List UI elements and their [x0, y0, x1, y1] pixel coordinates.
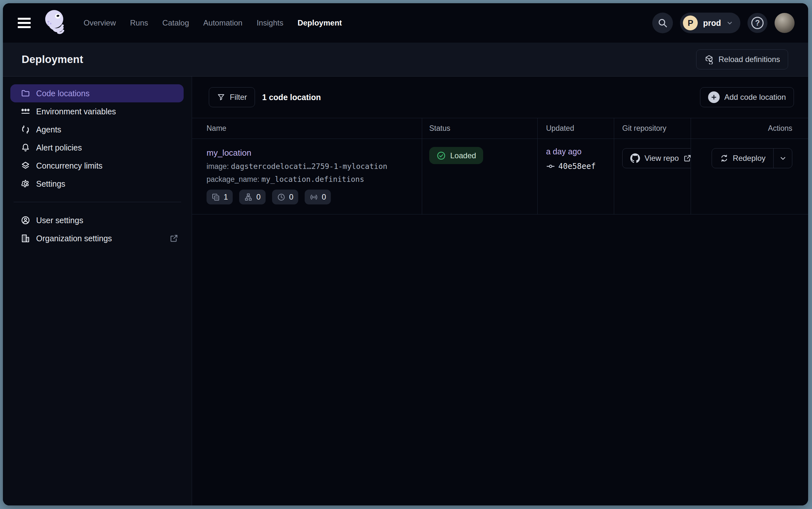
sidebar-item-label: Alert policies [36, 143, 82, 152]
commit-line: 40e58eef [546, 162, 614, 171]
view-repo-label: View repo [644, 154, 679, 163]
sidebar-item-user-settings[interactable]: User settings [10, 211, 184, 229]
reload-definitions-icon [704, 55, 714, 64]
plus-circle-icon [708, 92, 720, 103]
schedules-chip[interactable]: 0 [272, 190, 298, 204]
updated-cell: a day ago 40e58eef [538, 139, 614, 214]
sidebar-item-concurrency-limits[interactable]: Concurrency limits [10, 157, 184, 175]
commit-hash: 40e58eef [558, 162, 596, 171]
sidebar-divider [13, 202, 181, 202]
assets-icon [211, 193, 220, 202]
filter-button[interactable]: Filter [209, 87, 255, 107]
gear-icon [21, 179, 30, 189]
nav-item-insights[interactable]: Insights [257, 19, 283, 28]
chevron-down-icon [779, 155, 787, 162]
nav-item-catalog[interactable]: Catalog [162, 19, 189, 28]
sidebar-item-environment-variables[interactable]: Environment variables [10, 102, 184, 121]
sidebar-item-settings[interactable]: Settings [10, 175, 184, 193]
redeploy-label: Redeploy [733, 154, 766, 163]
updated-link[interactable]: a day ago [546, 147, 582, 156]
actions-cell: Redeploy [691, 139, 808, 214]
bell-icon [21, 143, 30, 152]
external-link-icon [170, 234, 179, 243]
status-cell: Loaded [422, 139, 538, 214]
sidebar-item-label: Code locations [36, 89, 89, 98]
external-link-icon [683, 154, 691, 163]
graph-icon [244, 193, 253, 202]
column-header-actions: Actions [691, 118, 808, 139]
sync-icon [21, 125, 30, 134]
github-icon [630, 154, 640, 163]
env-vars-icon [21, 107, 30, 116]
git-repository-cell: View repo [614, 139, 691, 214]
search-icon [657, 18, 668, 28]
package-value: my_location.definitions [261, 175, 364, 183]
code-location-link[interactable]: my_location [207, 148, 251, 158]
assets-count: 1 [224, 193, 228, 202]
sidebar-item-code-locations[interactable]: Code locations [10, 84, 184, 102]
dagster-logo-icon[interactable] [44, 8, 67, 38]
column-header-git: Git repository [614, 118, 691, 139]
organization-icon [21, 234, 30, 243]
toolbar: Filter 1 code location Add code location [209, 87, 794, 107]
reload-definitions-button[interactable]: Reload definitions [696, 49, 788, 69]
nav-item-runs[interactable]: Runs [130, 19, 148, 28]
column-header-name: Name [192, 118, 422, 139]
column-header-updated: Updated [538, 118, 614, 139]
table-row: my_location image: dagstercodelocati…275… [192, 139, 808, 214]
deployment-switcher[interactable]: P prod [680, 12, 740, 33]
definition-count-chips: 1 [207, 190, 409, 204]
primary-nav: Overview Runs Catalog Automation Insight… [83, 19, 342, 28]
deployment-name: prod [703, 19, 721, 28]
sidebar-item-label: Organization settings [36, 234, 112, 243]
sidebar-item-label: Concurrency limits [36, 161, 103, 171]
chevron-down-icon [726, 20, 733, 27]
app-window: Overview Runs Catalog Automation Insight… [3, 3, 808, 505]
top-nav: Overview Runs Catalog Automation Insight… [3, 3, 808, 43]
schedule-icon [277, 193, 286, 202]
table-header-row: Name Status Updated Git repository Actio… [192, 118, 808, 139]
status-badge: Loaded [429, 147, 483, 164]
sidebar-item-label: Settings [36, 179, 65, 189]
column-header-status: Status [422, 118, 538, 139]
check-circle-icon [436, 151, 446, 161]
sidebar-item-alert-policies[interactable]: Alert policies [10, 139, 184, 157]
deployment-initial-badge: P [683, 15, 698, 30]
user-circle-icon [21, 215, 30, 225]
assets-chip[interactable]: 1 [207, 190, 233, 204]
image-line: image: dagstercodelocati…2759-1-mylocati… [207, 162, 409, 171]
sensors-chip[interactable]: 0 [305, 190, 331, 204]
nav-right-cluster: P prod ? [652, 12, 795, 33]
redeploy-button[interactable]: Redeploy [712, 148, 773, 168]
reload-definitions-label: Reload definitions [718, 55, 780, 64]
jobs-chip[interactable]: 0 [239, 190, 265, 204]
sidebar-item-agents[interactable]: Agents [10, 121, 184, 139]
sidebar-item-label: Environment variables [36, 107, 116, 116]
layers-icon [21, 161, 30, 171]
nav-item-overview[interactable]: Overview [83, 19, 116, 28]
commit-icon [546, 162, 555, 171]
page-header: Deployment Reload definitions [3, 43, 808, 76]
add-code-location-label: Add code location [724, 93, 786, 102]
view-repo-button[interactable]: View repo [622, 148, 691, 168]
code-location-count: 1 code location [262, 93, 321, 102]
filter-label: Filter [230, 93, 247, 102]
sidebar-item-organization-settings[interactable]: Organization settings [10, 229, 184, 247]
nav-item-automation[interactable]: Automation [203, 19, 243, 28]
sidebar-item-label: Agents [36, 125, 61, 134]
image-value: dagstercodelocati…2759-1-mylocation [231, 162, 387, 171]
sensors-count: 0 [322, 193, 326, 202]
menu-icon[interactable] [18, 18, 31, 28]
help-icon: ? [751, 17, 764, 29]
folder-icon [21, 89, 30, 98]
sensor-icon [309, 193, 318, 202]
help-button[interactable]: ? [747, 13, 768, 33]
status-label: Loaded [450, 151, 476, 160]
page-title: Deployment [22, 53, 83, 66]
add-code-location-button[interactable]: Add code location [700, 87, 794, 107]
user-avatar[interactable] [775, 13, 795, 33]
package-line: package_name: my_location.definitions [207, 175, 409, 184]
redeploy-menu-button[interactable] [773, 148, 792, 168]
search-button[interactable] [652, 12, 673, 33]
nav-item-deployment[interactable]: Deployment [298, 19, 342, 28]
